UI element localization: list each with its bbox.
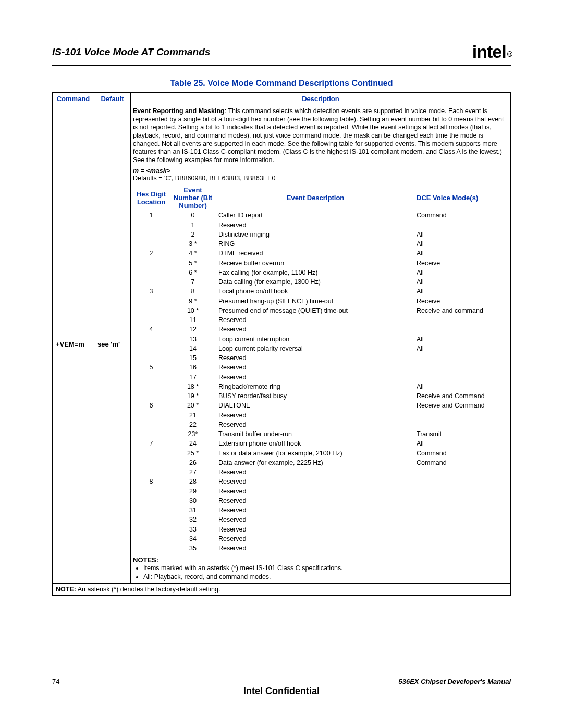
event-row: 23*Transmit buffer under-runTransmit xyxy=(133,429,508,439)
event-row: 27Reserved xyxy=(133,467,508,477)
event-hex xyxy=(133,220,169,230)
event-hex: 7 xyxy=(133,439,169,448)
event-hex xyxy=(133,353,169,363)
event-row: 11Reserved xyxy=(133,315,508,325)
page-number: 74 xyxy=(52,677,59,685)
notes-block: NOTES: Items marked with an asterisk (*)… xyxy=(133,556,508,581)
event-number: 25 * xyxy=(169,449,216,458)
event-dce-mode xyxy=(414,315,508,325)
event-row: 25 *Fax or data answer (for example, 210… xyxy=(133,449,508,458)
event-dce-mode: All xyxy=(414,335,508,344)
event-description: Reserved xyxy=(216,411,414,420)
col-header-default: Default xyxy=(94,93,131,105)
event-dce-mode xyxy=(414,325,508,334)
event-number: 34 xyxy=(169,534,216,544)
event-number: 20 * xyxy=(169,401,216,410)
event-dce-mode: Receive xyxy=(414,258,508,268)
event-hex xyxy=(133,344,169,353)
event-row: 10 *Presumed end of message (QUIET) time… xyxy=(133,306,508,315)
table-caption: Table 25. Voice Mode Command Description… xyxy=(52,79,511,88)
col-header-description: Description xyxy=(131,93,511,105)
event-number: 3 * xyxy=(169,239,216,249)
event-row: 29Reserved xyxy=(133,487,508,496)
event-row: 1Reserved xyxy=(133,220,508,230)
event-row: 13Loop current interruptionAll xyxy=(133,335,508,344)
voice-mode-commands-table: Command Default Description +VEM=m see '… xyxy=(52,92,511,596)
event-number: 6 * xyxy=(169,268,216,277)
event-hex xyxy=(133,420,169,429)
event-number: 33 xyxy=(169,525,216,534)
event-row: 5 *Receive buffer overrunReceive xyxy=(133,258,508,268)
event-description: DIALTONE xyxy=(216,401,414,410)
event-description: Loop current polarity reversal xyxy=(216,344,414,353)
event-row: 3 *RINGAll xyxy=(133,239,508,249)
event-dce-mode: All xyxy=(414,439,508,448)
event-hex: 6 xyxy=(133,401,169,410)
event-hex xyxy=(133,411,169,420)
defaults-line: Defaults = 'C', BB860980, BFE63883, BB86… xyxy=(133,175,508,182)
event-dce-mode: All xyxy=(414,287,508,296)
event-number: 26 xyxy=(169,458,216,467)
event-description: Reserved xyxy=(216,420,414,429)
event-hex: 5 xyxy=(133,363,169,372)
event-dce-mode xyxy=(414,477,508,486)
event-row: 30Reserved xyxy=(133,496,508,505)
event-dce-mode xyxy=(414,363,508,372)
event-hex: 4 xyxy=(133,325,169,334)
event-number: 23* xyxy=(169,429,216,439)
event-dce-mode: All xyxy=(414,230,508,239)
event-dce-mode: All xyxy=(414,239,508,249)
event-row: 412Reserved xyxy=(133,325,508,334)
event-row: 10Caller ID reportCommand xyxy=(133,211,508,220)
event-description: Caller ID report xyxy=(216,211,414,220)
event-number: 17 xyxy=(169,373,216,382)
event-number: 14 xyxy=(169,344,216,353)
event-description: Reserved xyxy=(216,315,414,325)
event-row: 18 *Ringback/remote ringAll xyxy=(133,382,508,391)
description-cell: Event Reporting and Masking: This comman… xyxy=(131,105,511,584)
event-description: BUSY reorder/fast busy xyxy=(216,391,414,401)
event-number: 21 xyxy=(169,411,216,420)
event-number: 4 * xyxy=(169,249,216,258)
note-item: Items marked with an asterisk (*) meet I… xyxy=(143,564,508,572)
event-description: Fax or data answer (for example, 2100 Hz… xyxy=(216,449,414,458)
event-description: Reserved xyxy=(216,467,414,477)
confidential-mark: Intel Confidential xyxy=(52,686,511,697)
event-row: 9 *Presumed hang-up (SILENCE) time-outRe… xyxy=(133,297,508,306)
mask-label: m = <mask> xyxy=(133,167,508,175)
event-description: Presumed end of message (QUIET) time-out xyxy=(216,306,414,315)
event-number: 19 * xyxy=(169,391,216,401)
event-description: Reserved xyxy=(216,544,414,553)
event-hex xyxy=(133,467,169,477)
event-dce-mode: Command xyxy=(414,211,508,220)
event-dce-mode xyxy=(414,467,508,477)
event-dce-mode xyxy=(414,373,508,382)
event-number: 15 xyxy=(169,353,216,363)
event-dce-mode xyxy=(414,515,508,524)
event-dce-mode xyxy=(414,534,508,544)
inner-header-event-desc: Event Description xyxy=(216,185,414,211)
notes-heading: NOTES: xyxy=(133,556,508,564)
manual-title: 536EX Chipset Developer's Manual xyxy=(398,677,511,685)
page-header: IS-101 Voice Mode AT Commands intel® xyxy=(52,42,511,66)
event-description: Loop current interruption xyxy=(216,335,414,344)
event-hex xyxy=(133,335,169,344)
event-number: 32 xyxy=(169,515,216,524)
event-dce-mode: Transmit xyxy=(414,429,508,439)
event-number: 2 xyxy=(169,230,216,239)
event-row: 620 *DIALTONEReceive and Command xyxy=(133,401,508,410)
event-dce-mode xyxy=(414,505,508,515)
event-hex xyxy=(133,230,169,239)
document-title: IS-101 Voice Mode AT Commands xyxy=(52,46,210,58)
intel-logo: intel® xyxy=(472,42,511,62)
event-dce-mode: All xyxy=(414,249,508,258)
event-dce-mode: All xyxy=(414,344,508,353)
event-description: Reserved xyxy=(216,325,414,334)
event-row: 828Reserved xyxy=(133,477,508,486)
event-hex xyxy=(133,505,169,515)
event-number: 10 * xyxy=(169,306,216,315)
note-item: All: Playback, record, and command modes… xyxy=(143,573,508,581)
event-hex xyxy=(133,373,169,382)
event-description: Reserved xyxy=(216,534,414,544)
table-note-text: An asterisk (*) denotes the factory-defa… xyxy=(76,586,221,593)
